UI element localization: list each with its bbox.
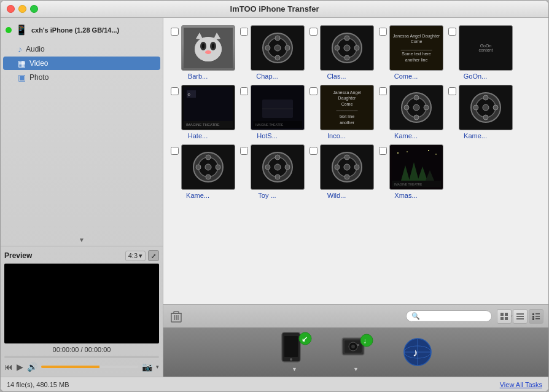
search-box[interactable]: 🔍 ▾ <box>406 310 492 322</box>
view-detail-button[interactable] <box>529 309 543 324</box>
video-checkbox-10[interactable] <box>448 87 456 95</box>
video-thumb-4[interactable]: Janessa Angel DaughterCome_____________S… <box>389 25 443 71</box>
view-buttons <box>497 309 543 324</box>
svg-point-23 <box>354 45 359 50</box>
svg-point-66 <box>345 174 349 179</box>
list-item: Clas... <box>310 25 374 80</box>
svg-point-20 <box>345 36 349 41</box>
maximize-button[interactable] <box>30 5 38 13</box>
video-thumb-8[interactable]: Janessa Angel DaughterCome—————text line… <box>320 85 374 130</box>
video-label-3[interactable]: Clas... <box>310 73 364 80</box>
video-thumb-7[interactable]: IMAGINE THEATRE <box>251 85 305 130</box>
nav-items: ♪ Audio ▦ Video ▣ Photo <box>1 42 163 85</box>
video-item-row <box>240 25 305 71</box>
sidebar-collapse-row: ▼ <box>1 234 163 246</box>
svg-point-38 <box>414 115 419 120</box>
video-checkbox-8[interactable] <box>310 87 317 95</box>
video-checkbox-4[interactable] <box>379 28 387 36</box>
video-label-14[interactable]: Xmas... <box>379 192 433 199</box>
svg-text:⚙: ⚙ <box>187 93 190 96</box>
preview-ratio-selector[interactable]: 4:3 ▾ <box>125 251 146 261</box>
svg-point-109 <box>360 334 373 347</box>
video-thumb-13[interactable] <box>320 144 374 190</box>
sidebar-item-photo[interactable]: ▣ Photo <box>3 71 160 84</box>
video-label-10[interactable]: Kame... <box>448 132 502 139</box>
view-list-button[interactable] <box>513 309 528 324</box>
video-checkbox-11[interactable] <box>171 147 179 155</box>
svg-point-37 <box>414 95 419 100</box>
video-label-12[interactable]: Toy ... <box>240 192 294 199</box>
video-label-9[interactable]: Kame... <box>379 132 433 139</box>
video-thumb-3[interactable] <box>320 25 374 71</box>
itunes-sync-svg: ♪ <box>402 336 434 368</box>
detail-view-icon <box>532 312 540 321</box>
video-label-1[interactable]: Barb... <box>171 73 225 80</box>
video-label-8[interactable]: Inco... <box>310 132 364 139</box>
video-checkbox-6[interactable] <box>171 87 179 95</box>
video-label-13[interactable]: Wild... <box>310 192 364 199</box>
video-checkbox-1[interactable] <box>171 28 179 36</box>
svg-point-16 <box>285 45 290 50</box>
transfer-pc-dropdown[interactable]: ▼ <box>353 366 359 372</box>
video-label-4[interactable]: Come... <box>379 73 433 80</box>
video-thumb-10[interactable] <box>459 85 513 130</box>
camera-dropdown-icon[interactable]: ▾ <box>156 364 159 370</box>
video-item-row: Janessa Angel DaughterCome—————text line… <box>310 85 374 130</box>
video-checkbox-5[interactable] <box>448 28 456 36</box>
video-thumb-5[interactable]: GoOncontent <box>459 25 513 71</box>
sidebar-item-video[interactable]: ▦ Video <box>3 57 160 70</box>
video-thumb-14[interactable]: IMAGINE THEATRE <box>389 144 443 190</box>
volume-slider[interactable] <box>41 366 138 368</box>
thumb-inner-8: Janessa Angel DaughterCome—————text line… <box>323 88 371 127</box>
search-input[interactable] <box>422 313 507 320</box>
svg-point-51 <box>206 155 211 160</box>
video-label-7[interactable]: HotS... <box>240 132 294 139</box>
video-checkbox-13[interactable] <box>310 147 317 155</box>
svg-text:IMAGINE THEATRE: IMAGINE THEATRE <box>186 123 219 127</box>
svg-rect-94 <box>535 313 540 315</box>
video-thumb-11[interactable] <box>181 144 235 190</box>
close-button[interactable] <box>7 5 15 13</box>
video-thumb-1[interactable] <box>181 25 235 71</box>
preview-time-display: 00:00:00 / 00:00:00 <box>4 346 159 353</box>
preview-scrubber[interactable] <box>4 356 159 358</box>
volume-button[interactable]: 🔊 <box>27 362 37 372</box>
video-checkbox-3[interactable] <box>310 28 317 36</box>
transfer-device-dropdown[interactable]: ▼ <box>292 366 297 372</box>
video-thumb-12[interactable] <box>251 144 305 190</box>
video-checkbox-2[interactable] <box>240 28 248 36</box>
photo-icon: ▣ <box>18 73 26 82</box>
play-prev-button[interactable]: ⏮ <box>4 362 13 372</box>
camera-button[interactable]: 📷 <box>142 362 152 372</box>
sidebar-item-audio[interactable]: ♪ Audio <box>3 42 160 56</box>
video-label-2[interactable]: Chap... <box>240 73 294 80</box>
video-checkbox-12[interactable] <box>240 147 248 155</box>
view-all-tasks-link[interactable]: View All Tasks <box>500 381 542 388</box>
svg-rect-88 <box>500 317 504 320</box>
minimize-button[interactable] <box>18 5 26 13</box>
video-thumb-6[interactable]: ⚙ IMAGINE THEATRE <box>181 85 235 130</box>
video-label-5[interactable]: GoOn... <box>448 73 502 80</box>
transfer-to-pc-button[interactable]: ↓ ▼ <box>338 332 375 372</box>
delete-button[interactable] <box>168 308 184 324</box>
video-item-row <box>240 144 305 190</box>
video-label-11[interactable]: Kame... <box>171 192 225 199</box>
svg-point-57 <box>274 164 281 170</box>
play-button[interactable]: ▶ <box>17 362 23 372</box>
svg-rect-87 <box>505 313 508 316</box>
video-thumb-9[interactable] <box>389 85 443 130</box>
video-checkbox-7[interactable] <box>240 87 248 95</box>
video-label-6[interactable]: Hate... <box>171 132 225 139</box>
video-checkbox-9[interactable] <box>379 87 387 95</box>
video-thumb-2[interactable] <box>251 25 305 71</box>
sidebar-arrow-icon[interactable]: ▼ <box>79 237 85 243</box>
transfer-to-device-button[interactable]: ↙ ▼ <box>276 332 313 372</box>
itunes-sync-button[interactable]: ♪ <box>399 336 436 368</box>
list-item: Kame... <box>379 85 443 139</box>
svg-point-75 <box>407 151 408 152</box>
preview-expand-button[interactable]: ⤢ <box>148 250 159 261</box>
list-item: Barb... <box>171 25 235 80</box>
video-checkbox-14[interactable] <box>379 147 387 155</box>
view-grid-button[interactable] <box>497 309 512 324</box>
thumb-inner-11 <box>182 145 235 189</box>
